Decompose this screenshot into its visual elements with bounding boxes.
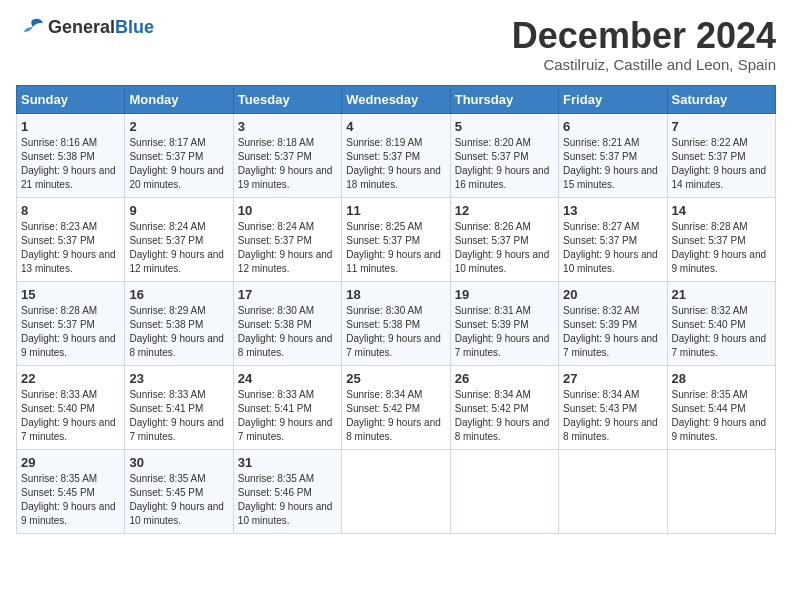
week-row-4: 22Sunrise: 8:33 AMSunset: 5:40 PMDayligh… — [17, 365, 776, 449]
day-info: Sunrise: 8:33 AMSunset: 5:41 PMDaylight:… — [238, 388, 337, 444]
location-title: Castilruiz, Castille and Leon, Spain — [512, 56, 776, 73]
day-number: 15 — [21, 287, 120, 302]
day-info: Sunrise: 8:34 AMSunset: 5:43 PMDaylight:… — [563, 388, 662, 444]
logo-bird-icon — [16, 16, 44, 38]
day-cell: 21Sunrise: 8:32 AMSunset: 5:40 PMDayligh… — [667, 281, 775, 365]
day-cell: 9Sunrise: 8:24 AMSunset: 5:37 PMDaylight… — [125, 197, 233, 281]
day-info: Sunrise: 8:35 AMSunset: 5:44 PMDaylight:… — [672, 388, 771, 444]
header-row: SundayMondayTuesdayWednesdayThursdayFrid… — [17, 85, 776, 113]
day-cell: 20Sunrise: 8:32 AMSunset: 5:39 PMDayligh… — [559, 281, 667, 365]
day-cell: 31Sunrise: 8:35 AMSunset: 5:46 PMDayligh… — [233, 449, 341, 533]
day-info: Sunrise: 8:22 AMSunset: 5:37 PMDaylight:… — [672, 136, 771, 192]
day-number: 26 — [455, 371, 554, 386]
day-number: 17 — [238, 287, 337, 302]
day-info: Sunrise: 8:23 AMSunset: 5:37 PMDaylight:… — [21, 220, 120, 276]
day-cell — [667, 449, 775, 533]
day-cell: 16Sunrise: 8:29 AMSunset: 5:38 PMDayligh… — [125, 281, 233, 365]
col-header-thursday: Thursday — [450, 85, 558, 113]
day-info: Sunrise: 8:33 AMSunset: 5:40 PMDaylight:… — [21, 388, 120, 444]
day-number: 11 — [346, 203, 445, 218]
day-info: Sunrise: 8:27 AMSunset: 5:37 PMDaylight:… — [563, 220, 662, 276]
col-header-tuesday: Tuesday — [233, 85, 341, 113]
day-number: 5 — [455, 119, 554, 134]
day-cell: 3Sunrise: 8:18 AMSunset: 5:37 PMDaylight… — [233, 113, 341, 197]
day-number: 25 — [346, 371, 445, 386]
day-cell: 30Sunrise: 8:35 AMSunset: 5:45 PMDayligh… — [125, 449, 233, 533]
day-info: Sunrise: 8:34 AMSunset: 5:42 PMDaylight:… — [346, 388, 445, 444]
day-info: Sunrise: 8:19 AMSunset: 5:37 PMDaylight:… — [346, 136, 445, 192]
day-number: 16 — [129, 287, 228, 302]
day-info: Sunrise: 8:35 AMSunset: 5:45 PMDaylight:… — [129, 472, 228, 528]
day-number: 19 — [455, 287, 554, 302]
day-cell: 7Sunrise: 8:22 AMSunset: 5:37 PMDaylight… — [667, 113, 775, 197]
col-header-friday: Friday — [559, 85, 667, 113]
day-cell: 4Sunrise: 8:19 AMSunset: 5:37 PMDaylight… — [342, 113, 450, 197]
day-cell: 1Sunrise: 8:16 AMSunset: 5:38 PMDaylight… — [17, 113, 125, 197]
logo-general: General — [48, 17, 115, 37]
day-number: 21 — [672, 287, 771, 302]
day-cell: 26Sunrise: 8:34 AMSunset: 5:42 PMDayligh… — [450, 365, 558, 449]
day-info: Sunrise: 8:18 AMSunset: 5:37 PMDaylight:… — [238, 136, 337, 192]
day-number: 13 — [563, 203, 662, 218]
day-info: Sunrise: 8:24 AMSunset: 5:37 PMDaylight:… — [238, 220, 337, 276]
day-cell: 19Sunrise: 8:31 AMSunset: 5:39 PMDayligh… — [450, 281, 558, 365]
day-number: 29 — [21, 455, 120, 470]
day-cell: 5Sunrise: 8:20 AMSunset: 5:37 PMDaylight… — [450, 113, 558, 197]
day-number: 6 — [563, 119, 662, 134]
day-number: 3 — [238, 119, 337, 134]
day-info: Sunrise: 8:24 AMSunset: 5:37 PMDaylight:… — [129, 220, 228, 276]
day-info: Sunrise: 8:35 AMSunset: 5:46 PMDaylight:… — [238, 472, 337, 528]
day-number: 7 — [672, 119, 771, 134]
col-header-wednesday: Wednesday — [342, 85, 450, 113]
day-number: 30 — [129, 455, 228, 470]
day-number: 28 — [672, 371, 771, 386]
day-cell: 13Sunrise: 8:27 AMSunset: 5:37 PMDayligh… — [559, 197, 667, 281]
day-number: 4 — [346, 119, 445, 134]
col-header-sunday: Sunday — [17, 85, 125, 113]
day-info: Sunrise: 8:30 AMSunset: 5:38 PMDaylight:… — [346, 304, 445, 360]
day-number: 10 — [238, 203, 337, 218]
col-header-monday: Monday — [125, 85, 233, 113]
day-info: Sunrise: 8:35 AMSunset: 5:45 PMDaylight:… — [21, 472, 120, 528]
day-cell: 28Sunrise: 8:35 AMSunset: 5:44 PMDayligh… — [667, 365, 775, 449]
header: GeneralBlue December 2024 Castilruiz, Ca… — [16, 16, 776, 73]
day-cell: 18Sunrise: 8:30 AMSunset: 5:38 PMDayligh… — [342, 281, 450, 365]
day-info: Sunrise: 8:34 AMSunset: 5:42 PMDaylight:… — [455, 388, 554, 444]
day-cell: 12Sunrise: 8:26 AMSunset: 5:37 PMDayligh… — [450, 197, 558, 281]
day-number: 20 — [563, 287, 662, 302]
day-cell: 6Sunrise: 8:21 AMSunset: 5:37 PMDaylight… — [559, 113, 667, 197]
week-row-3: 15Sunrise: 8:28 AMSunset: 5:37 PMDayligh… — [17, 281, 776, 365]
day-cell: 11Sunrise: 8:25 AMSunset: 5:37 PMDayligh… — [342, 197, 450, 281]
month-title: December 2024 — [512, 16, 776, 56]
day-number: 27 — [563, 371, 662, 386]
calendar-table: SundayMondayTuesdayWednesdayThursdayFrid… — [16, 85, 776, 534]
day-info: Sunrise: 8:30 AMSunset: 5:38 PMDaylight:… — [238, 304, 337, 360]
day-info: Sunrise: 8:32 AMSunset: 5:39 PMDaylight:… — [563, 304, 662, 360]
day-info: Sunrise: 8:16 AMSunset: 5:38 PMDaylight:… — [21, 136, 120, 192]
col-header-saturday: Saturday — [667, 85, 775, 113]
logo-blue: Blue — [115, 17, 154, 37]
day-info: Sunrise: 8:28 AMSunset: 5:37 PMDaylight:… — [21, 304, 120, 360]
day-cell: 23Sunrise: 8:33 AMSunset: 5:41 PMDayligh… — [125, 365, 233, 449]
day-cell: 25Sunrise: 8:34 AMSunset: 5:42 PMDayligh… — [342, 365, 450, 449]
week-row-5: 29Sunrise: 8:35 AMSunset: 5:45 PMDayligh… — [17, 449, 776, 533]
logo-text: GeneralBlue — [48, 17, 154, 38]
day-info: Sunrise: 8:26 AMSunset: 5:37 PMDaylight:… — [455, 220, 554, 276]
day-info: Sunrise: 8:28 AMSunset: 5:37 PMDaylight:… — [672, 220, 771, 276]
day-info: Sunrise: 8:17 AMSunset: 5:37 PMDaylight:… — [129, 136, 228, 192]
day-number: 22 — [21, 371, 120, 386]
day-number: 14 — [672, 203, 771, 218]
day-info: Sunrise: 8:32 AMSunset: 5:40 PMDaylight:… — [672, 304, 771, 360]
week-row-2: 8Sunrise: 8:23 AMSunset: 5:37 PMDaylight… — [17, 197, 776, 281]
day-number: 1 — [21, 119, 120, 134]
day-cell: 22Sunrise: 8:33 AMSunset: 5:40 PMDayligh… — [17, 365, 125, 449]
day-cell: 17Sunrise: 8:30 AMSunset: 5:38 PMDayligh… — [233, 281, 341, 365]
day-info: Sunrise: 8:29 AMSunset: 5:38 PMDaylight:… — [129, 304, 228, 360]
day-number: 9 — [129, 203, 228, 218]
day-info: Sunrise: 8:20 AMSunset: 5:37 PMDaylight:… — [455, 136, 554, 192]
day-number: 24 — [238, 371, 337, 386]
title-area: December 2024 Castilruiz, Castille and L… — [512, 16, 776, 73]
logo: GeneralBlue — [16, 16, 154, 38]
day-cell: 2Sunrise: 8:17 AMSunset: 5:37 PMDaylight… — [125, 113, 233, 197]
day-info: Sunrise: 8:31 AMSunset: 5:39 PMDaylight:… — [455, 304, 554, 360]
